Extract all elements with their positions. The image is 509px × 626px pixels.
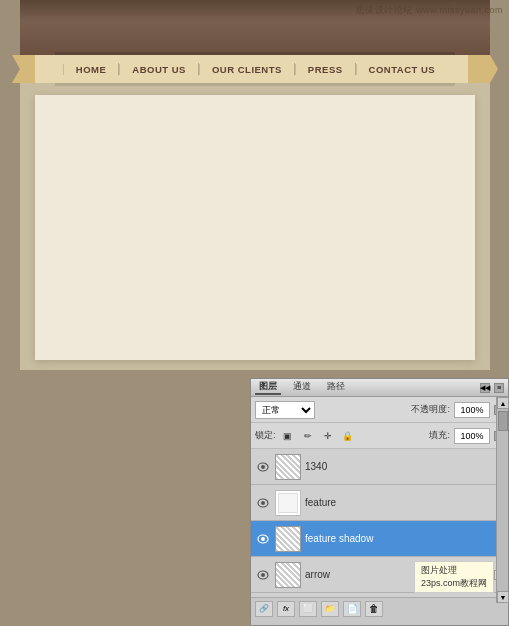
nav-item-press[interactable]: PRESS (295, 64, 355, 75)
svg-point-1 (261, 465, 265, 469)
effect-label: 效果 (311, 596, 329, 597)
ps-scroll-down-btn[interactable]: ▼ (497, 591, 509, 603)
footer-btn-new[interactable]: 📄 (343, 601, 361, 617)
ps-menu-btn[interactable]: ≡ (494, 383, 504, 393)
tab-channels[interactable]: 通道 (289, 380, 315, 395)
tooltip-line1: 图片处理 (421, 564, 487, 577)
svg-point-3 (261, 501, 265, 505)
layer-name-feature: feature (305, 497, 504, 508)
tab-paths[interactable]: 路径 (323, 380, 349, 395)
svg-point-5 (261, 537, 265, 541)
ps-collapse-btn[interactable]: ◀◀ (480, 383, 490, 393)
layer-eye-feature[interactable] (255, 495, 271, 511)
ps-panel-controls: ◀◀ ≡ (480, 383, 504, 393)
fill-input[interactable] (454, 428, 490, 444)
layer-row-feature[interactable]: feature (251, 485, 508, 521)
footer-btn-mask[interactable]: ⬜ (299, 601, 317, 617)
ps-scroll-up-btn[interactable]: ▲ (497, 397, 509, 409)
tooltip-line2: 23ps.com教程网 (421, 577, 487, 590)
nav-item-contact[interactable]: CONTACT US (356, 64, 448, 75)
layer-eye-arrow[interactable] (255, 567, 271, 583)
eye-effect[interactable] (295, 597, 307, 598)
layer-eye-1340[interactable] (255, 459, 271, 475)
content-area (35, 95, 475, 360)
layer-name-1340: 1340 (305, 461, 504, 472)
layer-thumb-feature (275, 490, 301, 516)
fill-label: 填充: (429, 429, 450, 442)
footer-btn-link[interactable]: 🔗 (255, 601, 273, 617)
blend-mode-select[interactable]: 正常 (255, 401, 315, 419)
ps-blend-row: 正常 不透明度: ▶ (251, 397, 508, 423)
layer-thumb-arrow (275, 562, 301, 588)
watermark: 思缘设计论坛 www.missyuan.com (356, 4, 503, 17)
ps-lock-row: 锁定: ▣ ✏ ✛ 🔒 填充: ▶ (251, 423, 508, 449)
footer-btn-fx[interactable]: fx (277, 601, 295, 617)
ps-scroll-thumb[interactable] (498, 411, 508, 431)
opacity-label: 不透明度: (411, 403, 450, 416)
layer-thumb-1340 (275, 454, 301, 480)
layer-thumb-feature-shadow (275, 526, 301, 552)
ribbon-main: HOME ABOUT US OUR CLIENTS PRESS CONTACT … (35, 55, 475, 83)
nav-item-clients[interactable]: OUR CLIENTS (199, 64, 294, 75)
layer-tooltip: 图片处理 23ps.com教程网 (414, 561, 494, 593)
layer-row-arrow[interactable]: arrow 图片处理 23ps.com教程网 ▣ (251, 557, 508, 593)
tab-layers[interactable]: 图层 (255, 380, 281, 395)
nav-item-about[interactable]: ABOUT US (119, 64, 198, 75)
lock-brush-btn[interactable]: ✏ (300, 428, 316, 444)
ribbon-right-fold (468, 55, 498, 83)
opacity-input[interactable] (454, 402, 490, 418)
nav-item-home[interactable]: HOME (63, 64, 119, 75)
lock-transparent-btn[interactable]: ▣ (280, 428, 296, 444)
footer-btn-group[interactable]: 📁 (321, 601, 339, 617)
ps-panel-titlebar: 图层 通道 路径 ◀◀ ≡ (251, 379, 508, 397)
ribbon-shadow-top (55, 52, 455, 55)
svg-point-7 (261, 573, 265, 577)
layer-row-1340[interactable]: 1340 (251, 449, 508, 485)
ps-vertical-scrollbar[interactable]: ▲ ▼ (496, 397, 508, 603)
ps-panel-footer: 🔗 fx ⬜ 📁 📄 🗑 (251, 597, 508, 619)
layer-eye-feature-shadow[interactable] (255, 531, 271, 547)
lock-move-btn[interactable]: ✛ (320, 428, 336, 444)
footer-btn-delete[interactable]: 🗑 (365, 601, 383, 617)
lock-label: 锁定: (255, 429, 276, 442)
ps-layers-panel: 图层 通道 路径 ◀◀ ≡ 正常 不透明度: ▶ 锁定: ▣ ✏ ✛ 🔒 填充:… (250, 378, 509, 626)
layers-list: 1340 feature featu (251, 449, 508, 597)
ps-panel-tabs: 图层 通道 路径 (255, 380, 349, 395)
layer-name-feature-shadow: feature shadow (305, 533, 504, 544)
ribbon-shadow-bottom (55, 83, 455, 86)
lock-all-btn[interactable]: 🔒 (340, 428, 356, 444)
nav-ribbon: HOME ABOUT US OUR CLIENTS PRESS CONTACT … (20, 55, 490, 83)
layer-row-feature-shadow[interactable]: feature shadow (251, 521, 508, 557)
